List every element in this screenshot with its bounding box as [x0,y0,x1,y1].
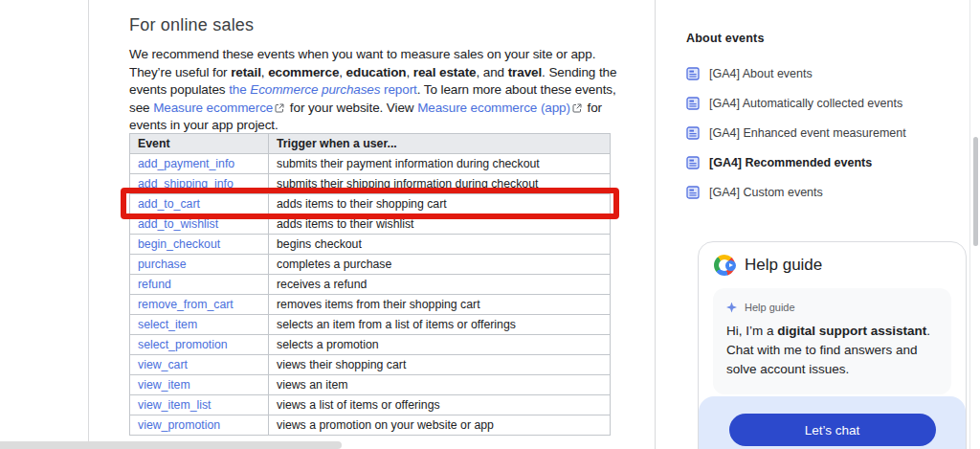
table-row: view_itemviews an item [130,375,611,395]
event-link[interactable]: begin_checkout [138,237,220,251]
intro-text: retail [231,65,261,79]
sidebar-item[interactable]: [GA4] Recommended events [686,147,964,177]
table-row: select_promotionselects a promotion [130,335,611,355]
event-cell: view_promotion [130,415,269,436]
event-link[interactable]: add_shipping_info [138,177,234,191]
event-link[interactable]: select_item [138,318,197,331]
assistant-message-bold: digital support assistant [777,324,926,338]
vertical-scrollbar-thumb[interactable] [973,137,978,246]
trigger-cell: selects a promotion [269,335,611,355]
event-link[interactable]: add_to_cart [138,197,200,211]
table-row: add_payment_infosubmits their payment in… [130,154,611,174]
sidebar-item[interactable]: [GA4] Enhanced event measurement [686,118,964,147]
table-row: view_cartviews their shopping cart [130,355,611,375]
sidebar-item-label: [GA4] Custom events [709,186,823,199]
table-row: add_to_wishlistadds items to their wishl… [130,214,611,235]
intro-text: , [339,65,345,79]
intro-text: education [346,65,407,79]
sidebar-item[interactable]: [GA4] About events [686,58,964,88]
sidebar-title: About events [686,32,964,45]
trigger-cell: removes items from their shopping cart [269,295,611,315]
sidebar-item-label: [GA4] Enhanced event measurement [709,126,906,140]
event-cell: view_item_list [130,395,269,415]
article-icon [686,67,700,80]
article-icon [686,97,700,110]
event-link[interactable]: add_payment_info [138,157,234,170]
table-row: purchasecompletes a purchase [130,255,611,275]
event-link[interactable]: view_item_list [138,398,212,412]
event-cell: add_to_cart [130,194,269,214]
intro-paragraph: We recommend these events when you want … [129,46,639,135]
intro-link[interactable]: the [229,82,250,97]
assistant-chip: Help guide [726,302,938,313]
event-link[interactable]: remove_from_cart [138,298,234,311]
intro-text: , and [476,65,507,79]
event-link[interactable]: view_item [138,378,190,392]
event-link[interactable]: select_promotion [138,338,228,351]
intro-link[interactable]: Measure ecommerce [153,101,273,115]
main-content: For online sales We recommend these even… [129,15,627,135]
event-cell: select_promotion [130,335,269,355]
help-guide-card: Help guide Help guide Hi, I’m a digital … [698,241,967,449]
event-cell: refund [130,275,269,295]
event-cell: view_cart [130,355,269,375]
article-icon [686,186,700,199]
event-link[interactable]: add_to_wishlist [138,217,218,231]
trigger-cell: completes a purchase [269,255,611,275]
assistant-message: Hi, I’m a digital support assistant. Cha… [726,322,938,379]
event-link[interactable]: view_cart [138,358,188,371]
events-table-body: add_payment_infosubmits their payment in… [130,154,611,436]
horizontal-scrollbar-thumb[interactable] [0,441,342,449]
table-header-row: Event Trigger when a user... [130,134,611,154]
event-cell: purchase [130,255,269,275]
intro-link[interactable]: Measure ecommerce (app) [417,101,570,115]
intro-text: real estate [413,65,477,79]
intro-link[interactable]: report [380,82,416,97]
table-row: refundreceives a refund [130,275,611,295]
intro-text: for your website. View [286,101,417,115]
event-link[interactable]: refund [138,278,171,291]
event-cell: remove_from_cart [130,295,269,315]
help-guide-header: Help guide [699,242,966,285]
intro-text: ecommerce [268,65,339,79]
trigger-cell: selects an item from a list of items or … [269,315,611,335]
article-icon [686,126,700,140]
page: For online sales We recommend these even… [0,0,980,449]
event-cell: add_payment_info [130,154,269,174]
trigger-column-header: Trigger when a user... [269,134,611,154]
sidebar-item[interactable]: [GA4] Custom events [686,177,964,207]
chat-footer-band: Let’s chat [699,396,966,449]
trigger-cell: submits their shipping information durin… [269,174,611,194]
help-guide-logo-icon [714,255,735,276]
event-link[interactable]: view_promotion [138,418,220,432]
event-link[interactable]: purchase [138,258,187,271]
sidebar-item-label: [GA4] About events [709,67,813,80]
table-row: add_shipping_infosubmits their shipping … [130,174,611,194]
assistant-message-card: Help guide Hi, I’m a digital support ass… [713,288,951,394]
events-table: Event Trigger when a user... add_payment… [129,133,611,436]
trigger-cell: receives a refund [269,275,611,295]
assistant-message-prefix: Hi, I’m a [726,324,777,338]
event-cell: begin_checkout [130,235,269,255]
intro-text: , [406,65,412,79]
sidebar-item[interactable]: [GA4] Automatically collected events [686,88,964,118]
trigger-cell: views a promotion on your website or app [269,415,611,436]
trigger-cell: adds items to their shopping cart [269,194,611,214]
page-title: For online sales [129,15,627,35]
event-column-header: Event [130,134,269,154]
table-row: remove_from_cartremoves items from their… [130,295,611,315]
events-table-wrap: Event Trigger when a user... add_payment… [129,133,611,436]
intro-link[interactable]: Ecommerce purchases [250,82,380,97]
trigger-cell: views an item [269,375,611,395]
sidebar-list: [GA4] About events[GA4] Automatically co… [686,58,964,207]
event-cell: add_shipping_info [130,174,269,194]
lets-chat-button[interactable]: Let’s chat [729,414,936,446]
trigger-cell: submits their payment information during… [269,154,611,174]
trigger-cell: adds items to their wishlist [269,214,611,235]
left-gutter-divider [88,0,89,449]
table-row: view_item_listviews a list of items or o… [130,395,611,415]
trigger-cell: views a list of items or offerings [269,395,611,415]
sidebar-divider [655,0,656,449]
trigger-cell: views their shopping cart [269,355,611,375]
event-cell: add_to_wishlist [130,214,269,235]
